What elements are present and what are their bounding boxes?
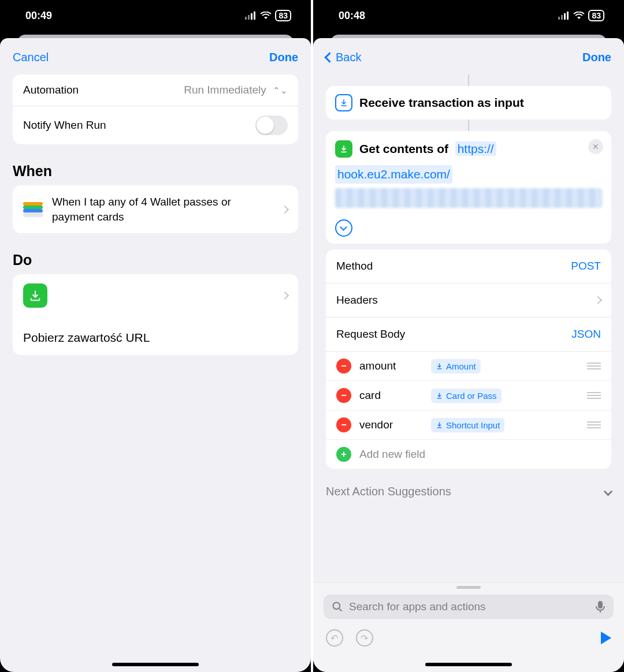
next-suggestions-row[interactable]: Next Action Suggestions xyxy=(313,469,624,503)
input-step-text: Receive transaction as input xyxy=(359,94,524,111)
method-value: POST xyxy=(571,260,601,272)
input-step[interactable]: Receive transaction as input xyxy=(326,86,611,120)
status-bar: 00:49 83 xyxy=(0,0,311,31)
chevron-right-icon xyxy=(281,206,289,214)
status-time: 00:49 xyxy=(25,10,52,22)
svg-rect-6 xyxy=(564,13,566,20)
wifi-icon xyxy=(260,12,272,20)
flow-connector xyxy=(468,120,469,131)
body-field-row[interactable]: − vendor Shortcut Input xyxy=(326,410,611,439)
wallet-icon xyxy=(23,202,43,217)
svg-rect-3 xyxy=(254,12,255,20)
up-down-icon: ⌃⌄ xyxy=(273,85,288,95)
microphone-icon[interactable] xyxy=(595,600,606,613)
reorder-handle[interactable] xyxy=(587,392,601,399)
field-key[interactable]: card xyxy=(359,389,423,402)
svg-rect-2 xyxy=(251,13,252,20)
download-icon xyxy=(335,140,352,158)
redo-button[interactable]: ↷ xyxy=(356,629,373,647)
flow-connector xyxy=(468,74,469,86)
wifi-icon xyxy=(573,12,585,20)
body-type-row[interactable]: Request Body JSON xyxy=(326,318,611,352)
svg-rect-1 xyxy=(248,15,250,20)
done-button[interactable]: Done xyxy=(582,51,611,64)
trigger-row[interactable]: When I tap any of 4 Wallet passes or pay… xyxy=(13,185,298,233)
field-key[interactable]: vendor xyxy=(359,419,423,431)
svg-rect-4 xyxy=(558,17,560,20)
signal-icon xyxy=(245,12,257,20)
notify-toggle[interactable] xyxy=(255,115,288,135)
remove-field-button[interactable]: − xyxy=(336,359,351,374)
cancel-button[interactable]: Cancel xyxy=(13,51,49,64)
expand-options-button[interactable] xyxy=(335,219,352,237)
home-indicator xyxy=(112,663,199,666)
add-field-row[interactable]: + Add new field xyxy=(326,439,611,469)
signal-icon xyxy=(558,12,570,20)
add-field-button[interactable]: + xyxy=(336,447,351,462)
automation-settings-card: Automation Run Immediately ⌃⌄ Notify Whe… xyxy=(13,74,298,144)
request-panel: Method POST Headers Request Body JSON − … xyxy=(326,249,611,469)
headers-label: Headers xyxy=(336,294,378,307)
remove-field-button[interactable]: − xyxy=(336,388,351,403)
body-field-row[interactable]: − amount Amount xyxy=(326,352,611,380)
do-title: Do xyxy=(13,252,298,268)
trigger-text: When I tap any of 4 Wallet passes or pay… xyxy=(52,195,273,224)
notify-row[interactable]: Notify When Run xyxy=(13,106,298,144)
search-icon xyxy=(332,601,343,613)
field-value-token[interactable]: Shortcut Input xyxy=(431,418,504,432)
home-indicator xyxy=(425,663,512,666)
chevron-right-icon xyxy=(594,296,602,304)
status-time: 00:48 xyxy=(339,10,365,22)
chevron-left-icon xyxy=(324,52,335,62)
shortcut-input-icon xyxy=(335,94,352,111)
right-screenshot: 00:48 83 Back Done Receive transaction a… xyxy=(313,0,624,672)
svg-rect-0 xyxy=(245,17,247,20)
download-icon xyxy=(23,283,47,308)
chevron-down-icon xyxy=(340,223,348,231)
svg-rect-7 xyxy=(567,12,569,20)
headers-row[interactable]: Headers xyxy=(326,283,611,318)
back-button[interactable]: Back xyxy=(326,51,361,64)
redacted-url-segment xyxy=(335,188,602,208)
reorder-handle[interactable] xyxy=(587,421,601,428)
undo-button[interactable]: ↶ xyxy=(326,629,343,647)
method-label: Method xyxy=(336,260,373,272)
field-value-token[interactable]: Card or Pass xyxy=(431,389,502,403)
body-value: JSON xyxy=(571,328,601,341)
field-value-token[interactable]: Amount xyxy=(431,359,481,374)
search-input[interactable]: Search for apps and actions xyxy=(324,595,614,619)
battery-badge: 83 xyxy=(588,10,604,21)
svg-rect-5 xyxy=(561,15,563,20)
sheet-background xyxy=(313,31,624,38)
bottom-sheet: Search for apps and actions ↶ ↷ xyxy=(313,582,624,672)
battery-badge: 83 xyxy=(275,10,291,21)
svg-rect-9 xyxy=(598,601,603,608)
automation-row[interactable]: Automation Run Immediately ⌃⌄ xyxy=(13,74,298,106)
add-field-label: Add new field xyxy=(359,448,425,461)
reorder-handle[interactable] xyxy=(587,363,601,369)
url-part-2[interactable]: hook.eu2.make.com/ xyxy=(335,165,452,184)
method-row[interactable]: Method POST xyxy=(326,249,611,283)
drag-handle[interactable] xyxy=(456,586,481,589)
body-label: Request Body xyxy=(336,328,405,341)
get-contents-label: Get contents of xyxy=(359,142,448,155)
automation-value: Run Immediately xyxy=(184,84,266,96)
svg-rect-10 xyxy=(600,610,601,613)
get-contents-step[interactable]: ✕ Get contents of https:// hook.eu2.make… xyxy=(326,131,611,244)
back-label: Back xyxy=(336,51,361,64)
action-row[interactable]: Pobierz zawartość URL xyxy=(13,274,298,355)
next-suggestions-label: Next Action Suggestions xyxy=(326,485,451,498)
url-part-1[interactable]: https:// xyxy=(455,141,496,156)
chevron-down-icon xyxy=(604,487,613,496)
done-button[interactable]: Done xyxy=(269,51,298,64)
status-bar: 00:48 83 xyxy=(313,0,624,31)
left-screenshot: 00:49 83 Cancel Done Automation Run Imme… xyxy=(0,0,311,672)
chevron-right-icon xyxy=(281,292,289,300)
body-field-row[interactable]: − card Card or Pass xyxy=(326,380,611,410)
search-placeholder: Search for apps and actions xyxy=(349,600,589,613)
svg-point-8 xyxy=(333,603,340,610)
action-title: Pobierz zawartość URL xyxy=(23,326,150,353)
run-button[interactable] xyxy=(601,632,611,644)
field-key[interactable]: amount xyxy=(359,360,423,372)
remove-field-button[interactable]: − xyxy=(336,417,351,432)
